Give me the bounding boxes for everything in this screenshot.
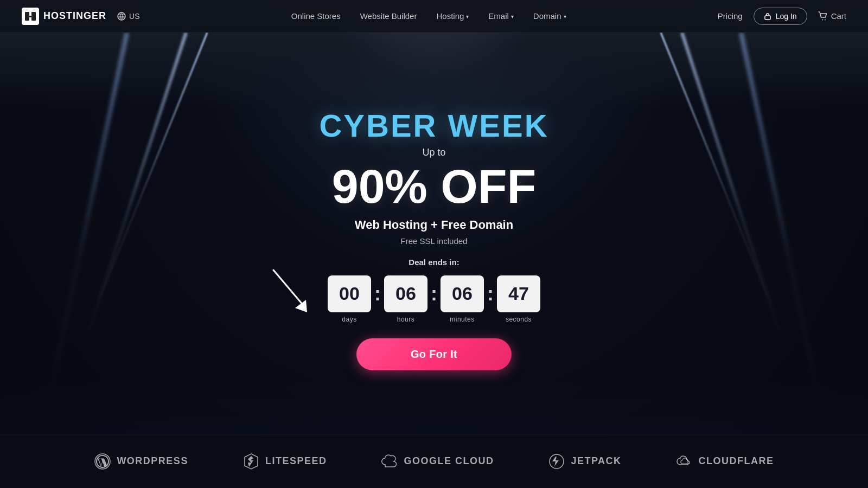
cart-icon <box>818 11 828 21</box>
partner-google-cloud: Google Cloud <box>381 453 494 470</box>
cyber-week-title: CYBER WEEK <box>319 107 548 144</box>
days-value: 00 <box>328 275 371 312</box>
arrow-svg <box>263 265 317 319</box>
logo-icon <box>22 8 39 25</box>
hosting-chevron: ▾ <box>466 14 469 20</box>
globe-icon <box>117 12 126 21</box>
minutes-value: 06 <box>441 275 484 312</box>
jetpack-icon <box>548 453 565 470</box>
minutes-label: minutes <box>450 316 475 323</box>
nav-center: Online Stores Website Builder Hosting ▾ … <box>291 11 566 21</box>
logo[interactable]: HOSTINGER <box>22 8 106 25</box>
domain-chevron: ▾ <box>564 14 566 20</box>
login-button[interactable]: Log In <box>754 8 807 25</box>
hours-value: 06 <box>384 275 427 312</box>
deal-ends-text: Deal ends in: <box>409 258 459 267</box>
google-cloud-icon <box>381 453 398 470</box>
partner-cloudflare: Cloudflare <box>676 453 774 470</box>
nav-left: HOSTINGER US <box>22 8 139 25</box>
hosting-subtitle: Web Hosting + Free Domain <box>355 218 513 232</box>
litespeed-icon <box>242 453 260 470</box>
hero-section: CYBER WEEK Up to 90% OFF Web Hosting + F… <box>0 33 868 434</box>
lock-icon <box>764 12 771 20</box>
nav-email[interactable]: Email ▾ <box>488 11 514 21</box>
up-to-text: Up to <box>422 147 445 158</box>
cloudflare-label: Cloudflare <box>699 455 774 467</box>
countdown-minutes: 06 minutes <box>441 275 484 323</box>
svg-point-6 <box>825 19 826 20</box>
email-chevron: ▾ <box>511 14 514 20</box>
seconds-value: 47 <box>497 275 540 312</box>
lang-label: US <box>129 12 139 21</box>
seconds-label: seconds <box>506 316 532 323</box>
partners-bar: WordPress LiteSpeed Google Cloud Jetpack… <box>0 434 868 488</box>
days-label: days <box>342 316 356 323</box>
nav-website-builder[interactable]: Website Builder <box>360 11 417 21</box>
nav-hosting[interactable]: Hosting ▾ <box>436 11 469 21</box>
nav-right: Pricing Log In Cart <box>718 8 846 25</box>
cart-button[interactable]: Cart <box>818 11 846 21</box>
hours-label: hours <box>397 316 415 323</box>
sep-2: : <box>431 282 437 316</box>
arrow-indicator <box>263 265 317 321</box>
countdown-hours: 06 hours <box>384 275 427 323</box>
hostinger-logo-svg <box>24 10 37 23</box>
ssl-text: Free SSL included <box>401 236 468 246</box>
svg-rect-4 <box>765 16 770 20</box>
google-cloud-label: Google Cloud <box>404 455 494 467</box>
countdown-timer: 00 days : 06 hours : 06 minutes : 47 sec… <box>328 275 540 323</box>
discount-text: 90% OFF <box>332 163 537 210</box>
countdown-wrapper: 00 days : 06 hours : 06 minutes : 47 sec… <box>328 275 540 323</box>
brand-name: HOSTINGER <box>43 10 106 22</box>
svg-marker-12 <box>248 456 253 467</box>
login-label: Log In <box>776 12 797 21</box>
svg-rect-2 <box>27 16 34 17</box>
sep-3: : <box>487 282 494 316</box>
partner-jetpack: Jetpack <box>548 453 621 470</box>
nav-domain[interactable]: Domain ▾ <box>533 11 566 21</box>
wordpress-label: WordPress <box>117 455 188 467</box>
cart-label: Cart <box>831 11 846 21</box>
language-selector[interactable]: US <box>117 12 139 21</box>
partner-wordpress: WordPress <box>94 453 188 470</box>
jetpack-label: Jetpack <box>571 455 621 467</box>
litespeed-label: LiteSpeed <box>265 455 327 467</box>
sep-1: : <box>374 282 381 316</box>
countdown-days: 00 days <box>328 275 371 323</box>
nav-online-stores[interactable]: Online Stores <box>291 11 341 21</box>
countdown-seconds: 47 seconds <box>497 275 540 323</box>
navbar: HOSTINGER US Online Stores Website Build… <box>0 0 868 33</box>
svg-point-5 <box>822 19 823 20</box>
cta-button[interactable]: Go For It <box>356 338 512 370</box>
nav-pricing[interactable]: Pricing <box>718 11 743 21</box>
partner-litespeed: LiteSpeed <box>242 453 327 470</box>
svg-line-7 <box>273 270 303 305</box>
wordpress-icon <box>94 453 111 470</box>
cloudflare-icon <box>676 453 693 470</box>
